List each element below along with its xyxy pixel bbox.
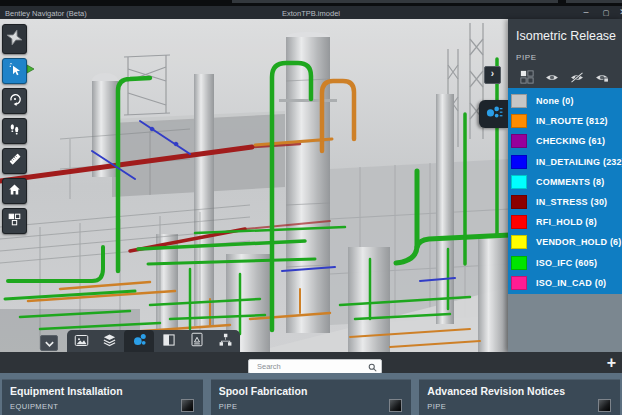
- show-eye-icon[interactable]: [539, 69, 564, 85]
- close-button[interactable]: ✕: [616, 7, 622, 18]
- legend-label: CHECKING (61): [536, 136, 605, 146]
- orbit-tool-button[interactable]: [2, 88, 27, 114]
- panel-subtitle: PIPE: [516, 53, 537, 62]
- section-square-icon: [162, 333, 176, 351]
- home-icon: [7, 182, 22, 201]
- card-title: Equipment Installation: [10, 385, 195, 397]
- legend-label: COMMENTS (8): [536, 177, 604, 187]
- isometric-release-panel: Isometric Release PIPE: [508, 19, 622, 352]
- dashboard-card[interactable]: Equipment Installation EQUIPMENT: [2, 379, 203, 415]
- dashboard-card[interactable]: Spool Fabrication PIPE: [211, 379, 412, 415]
- legend-color-swatch: [511, 94, 527, 108]
- tab-section[interactable]: [154, 330, 183, 353]
- home-view-button[interactable]: [2, 178, 27, 204]
- view-navigation-button[interactable]: [2, 24, 27, 54]
- card-title: Spool Fabrication: [219, 385, 404, 397]
- card-thumbnail-box[interactable]: [389, 399, 402, 412]
- legend-label: IN_DETAILING (232): [536, 157, 622, 167]
- legend-color-swatch: [511, 256, 527, 270]
- legend-color-swatch: [511, 175, 527, 189]
- panel-toolbar: [514, 69, 618, 85]
- card-subtitle: PIPE: [219, 402, 404, 411]
- chevron-down-icon: [44, 334, 55, 352]
- legend-color-swatch: [511, 276, 527, 290]
- markers-dots-icon: [131, 332, 148, 351]
- legend-label: RFI_HOLD (8): [536, 217, 597, 227]
- legend-color-swatch: [511, 134, 527, 148]
- legend-label: VENDOR_HOLD (6): [536, 237, 622, 247]
- clash-document-icon: [190, 332, 204, 351]
- legend-item[interactable]: ISO_IFC (605): [508, 253, 622, 273]
- card-thumbnail-box[interactable]: [598, 399, 611, 412]
- app-window: Bentley Navigator (Beta) ExtonTPB.imodel…: [0, 0, 622, 415]
- legend-color-swatch: [511, 215, 527, 229]
- app-title: Bentley Navigator (Beta): [5, 9, 87, 18]
- orbit-icon: [7, 91, 23, 111]
- markers-dots-icon: [485, 104, 503, 124]
- select-tool-button[interactable]: [2, 58, 27, 84]
- legend-item[interactable]: ISO_IN_CAD (0): [508, 273, 622, 293]
- tab-layers[interactable]: [96, 330, 125, 353]
- card-subtitle: PIPE: [427, 402, 612, 411]
- legend-item[interactable]: IN_STRESS (30): [508, 192, 622, 212]
- search-field-wrap: [248, 355, 382, 370]
- legend-item[interactable]: VENDOR_HOLD (6): [508, 232, 622, 252]
- bottom-search-bar: +: [0, 352, 622, 373]
- legend-label: None (0): [536, 96, 574, 106]
- search-input[interactable]: [248, 359, 382, 374]
- legend-label: IN_ROUTE (812): [536, 116, 608, 126]
- toolbar-collapse-button[interactable]: [40, 335, 58, 351]
- legend-label: ISO_IFC (605): [536, 258, 597, 268]
- bottom-tab-bar: [67, 330, 240, 353]
- legend-item[interactable]: None (0): [508, 91, 622, 111]
- panel-empty-area: [508, 294, 622, 352]
- viewports-button[interactable]: [2, 208, 27, 234]
- legend-item[interactable]: CHECKING (61): [508, 131, 622, 151]
- dashboard-cards: Equipment Installation EQUIPMENT Spool F…: [0, 373, 622, 415]
- measure-tool-button[interactable]: [2, 148, 27, 174]
- windows-layout-icon: [7, 212, 22, 231]
- title-bar: Bentley Navigator (Beta) ExtonTPB.imodel…: [0, 6, 622, 19]
- document-title: ExtonTPB.imodel: [282, 9, 340, 18]
- legend-list: None (0) IN_ROUTE (812) CHECKING (61) IN…: [508, 88, 622, 294]
- legend-color-swatch: [511, 195, 527, 209]
- hide-eye-icon[interactable]: [564, 69, 589, 85]
- edge-highlight: [566, 0, 622, 3]
- saved-views-icon: [74, 333, 89, 351]
- card-title: Advanced Revision Notices: [427, 385, 612, 397]
- walk-tool-button[interactable]: [2, 118, 27, 144]
- ruler-icon: [7, 151, 23, 171]
- panel-header: Isometric Release PIPE: [508, 19, 622, 88]
- legend-label: ISO_IN_CAD (0): [536, 278, 606, 288]
- panel-title: Isometric Release: [516, 29, 616, 43]
- legend-color-swatch: [511, 114, 527, 128]
- minimize-button[interactable]: –: [579, 7, 593, 18]
- panel-collapse-button[interactable]: ›: [484, 66, 501, 84]
- tab-markers[interactable]: [124, 330, 154, 353]
- edge-highlight: [232, 0, 558, 3]
- select-all-grid-icon[interactable]: [514, 69, 539, 85]
- legend-item[interactable]: COMMENTS (8): [508, 172, 622, 192]
- hierarchy-tree-icon: [218, 333, 233, 351]
- legend-item[interactable]: IN_ROUTE (812): [508, 111, 622, 131]
- isolate-eye-icon[interactable]: [589, 69, 614, 85]
- legend-item[interactable]: RFI_HOLD (8): [508, 212, 622, 232]
- legend-color-swatch: [511, 235, 527, 249]
- markers-flyout-tab[interactable]: [479, 100, 508, 128]
- card-thumbnail-box[interactable]: [181, 399, 194, 412]
- tab-clash-review[interactable]: [183, 330, 212, 353]
- add-button[interactable]: +: [607, 352, 616, 373]
- legend-color-swatch: [511, 155, 527, 169]
- maximize-button[interactable]: ▢: [599, 7, 613, 18]
- tab-hierarchy[interactable]: [211, 330, 240, 353]
- footprints-icon: [7, 122, 22, 141]
- card-subtitle: EQUIPMENT: [10, 402, 195, 411]
- layers-icon: [102, 333, 117, 351]
- tab-saved-views[interactable]: [67, 330, 96, 353]
- legend-item[interactable]: IN_DETAILING (232): [508, 152, 622, 172]
- select-cursor-icon: [7, 61, 23, 81]
- navigation-star-icon: [5, 28, 24, 51]
- dashboard-card[interactable]: Advanced Revision Notices PIPE: [419, 379, 620, 415]
- legend-label: IN_STRESS (30): [536, 197, 607, 207]
- 3d-viewport[interactable]: [0, 19, 510, 353]
